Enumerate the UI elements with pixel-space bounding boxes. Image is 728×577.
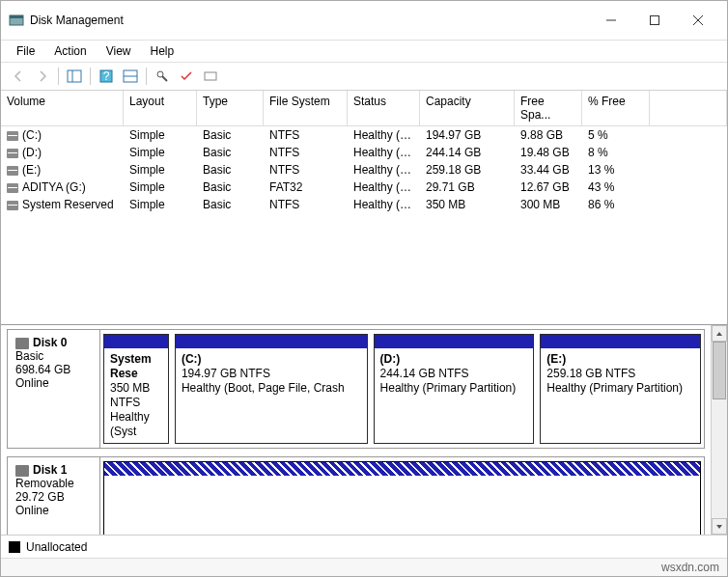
svg-rect-1 [10, 15, 23, 18]
volume-fs: NTFS [264, 127, 348, 143]
disk-kind: Removable [15, 477, 92, 490]
footer-text: wsxdn.com [661, 561, 719, 574]
col-blank [650, 91, 727, 125]
window-title: Disk Management [30, 14, 589, 27]
col-pctfree[interactable]: % Free [582, 91, 650, 125]
volume-pct: 8 % [582, 145, 650, 160]
volume-layout: Simple [124, 197, 197, 212]
menubar: File Action View Help [1, 41, 727, 63]
volume-free: 12.67 GB [515, 179, 582, 195]
drive-icon [7, 166, 18, 176]
volume-capacity: 194.97 GB [420, 127, 515, 143]
volume-fs: FAT32 [264, 179, 348, 195]
maximize-button[interactable] [632, 7, 676, 34]
disk-row: Disk 1Removable29.72 GBOnline [7, 456, 705, 535]
disk-partitions [100, 457, 704, 535]
volume-name: (D:) [22, 146, 42, 159]
disk-label[interactable]: Disk 1Removable29.72 GBOnline [8, 457, 100, 535]
close-button[interactable] [676, 7, 719, 34]
show-hide-console-tree-button[interactable] [63, 66, 86, 87]
partition-color-bar [104, 335, 168, 348]
toolbar: ? [1, 63, 727, 91]
partition-status: Healthy (Boot, Page File, Crash [182, 381, 361, 396]
col-layout[interactable]: Layout [124, 91, 197, 125]
scroll-up-button[interactable] [712, 325, 727, 342]
svg-text:?: ? [103, 69, 110, 83]
volume-row[interactable]: (D:)SimpleBasicNTFSHealthy (P...244.14 G… [1, 144, 727, 161]
volume-status: Healthy (P... [348, 162, 420, 178]
volume-name: ADITYA (G:) [22, 180, 86, 194]
volume-row[interactable]: (C:)SimpleBasicNTFSHealthy (B...194.97 G… [1, 126, 727, 144]
partition-size: 244.14 GB NTFS [380, 367, 528, 381]
volume-row[interactable]: ADITYA (G:)SimpleBasicFAT32Healthy (P...… [1, 179, 727, 196]
forward-button [31, 66, 54, 87]
scroll-down-button[interactable] [712, 518, 727, 535]
disk-label[interactable]: Disk 0Basic698.64 GBOnline [8, 330, 100, 448]
help-button[interactable]: ? [95, 66, 118, 87]
disk-kind: Basic [15, 349, 92, 363]
volume-type: Basic [197, 179, 264, 195]
tool-button[interactable] [151, 66, 174, 87]
disk-size: 698.64 GB [15, 363, 92, 376]
volume-layout: Simple [124, 127, 197, 143]
col-type[interactable]: Type [197, 91, 264, 125]
col-freespace[interactable]: Free Spa... [515, 91, 582, 125]
disk-name: Disk 0 [33, 336, 67, 349]
footer: wsxdn.com [1, 558, 727, 576]
partition[interactable] [103, 461, 701, 535]
titlebar: Disk Management [1, 1, 727, 41]
volume-capacity: 244.14 GB [420, 145, 515, 160]
partition[interactable]: (E:)259.18 GB NTFSHealthy (Primary Parti… [540, 334, 701, 444]
partition-color-bar [541, 335, 700, 348]
col-status[interactable]: Status [348, 91, 420, 125]
scroll-track[interactable] [712, 342, 727, 518]
col-volume[interactable]: Volume [1, 91, 124, 125]
disk-name: Disk 1 [33, 463, 67, 477]
toolbar-separator [58, 68, 59, 85]
volume-status: Healthy (B... [348, 127, 420, 143]
volume-row[interactable]: (E:)SimpleBasicNTFSHealthy (P...259.18 G… [1, 161, 727, 179]
partition-size: 259.18 GB NTFS [546, 367, 694, 381]
volume-status: Healthy (S... [348, 197, 420, 212]
volume-row[interactable]: System ReservedSimpleBasicNTFSHealthy (S… [1, 196, 727, 213]
disk-state: Online [15, 376, 92, 390]
tool-button[interactable] [175, 66, 198, 87]
partition-title: (C:) [182, 352, 361, 367]
disk-scroll-area[interactable]: Disk 0Basic698.64 GBOnlineSystem Rese350… [1, 325, 711, 535]
volume-fs: NTFS [264, 162, 348, 178]
partition-color-bar [104, 462, 700, 476]
drive-icon [7, 149, 18, 158]
partition-size: 350 MB NTFS [110, 381, 162, 410]
volume-free: 300 MB [515, 197, 582, 212]
partition[interactable]: (D:)244.14 GB NTFSHealthy (Primary Parti… [374, 334, 535, 444]
volume-name: (C:) [22, 128, 42, 142]
col-capacity[interactable]: Capacity [420, 91, 515, 125]
volume-layout: Simple [124, 145, 197, 160]
menu-file[interactable]: File [7, 42, 44, 60]
minimize-button[interactable] [589, 7, 632, 34]
partition-status: Healthy (Primary Partition) [380, 381, 528, 396]
menu-action[interactable]: Action [44, 42, 96, 60]
disk-icon [15, 338, 29, 349]
menu-help[interactable]: Help [141, 42, 184, 60]
tool-button[interactable] [199, 66, 222, 87]
volume-type: Basic [197, 162, 264, 178]
partition[interactable]: System Rese350 MB NTFSHealthy (Syst [103, 334, 169, 444]
menu-view[interactable]: View [97, 42, 141, 60]
partition[interactable]: (C:)194.97 GB NTFSHealthy (Boot, Page Fi… [175, 334, 368, 444]
volume-pct: 5 % [582, 127, 650, 143]
drive-icon [7, 131, 18, 141]
volume-capacity: 29.71 GB [420, 179, 515, 195]
settings-button[interactable] [119, 66, 142, 87]
volume-list-body[interactable]: (C:)SimpleBasicNTFSHealthy (B...194.97 G… [1, 126, 727, 324]
back-button [7, 66, 30, 87]
volume-header-row: Volume Layout Type File System Status Ca… [1, 91, 727, 126]
partition-status: Healthy (Primary Partition) [546, 381, 694, 396]
col-filesystem[interactable]: File System [264, 91, 348, 125]
disk-size: 29.72 GB [15, 490, 92, 504]
vertical-scrollbar[interactable] [711, 325, 727, 535]
volume-layout: Simple [124, 162, 197, 178]
svg-line-13 [162, 76, 167, 81]
partition-status: Healthy (Syst [110, 410, 162, 439]
scroll-thumb[interactable] [713, 342, 726, 399]
